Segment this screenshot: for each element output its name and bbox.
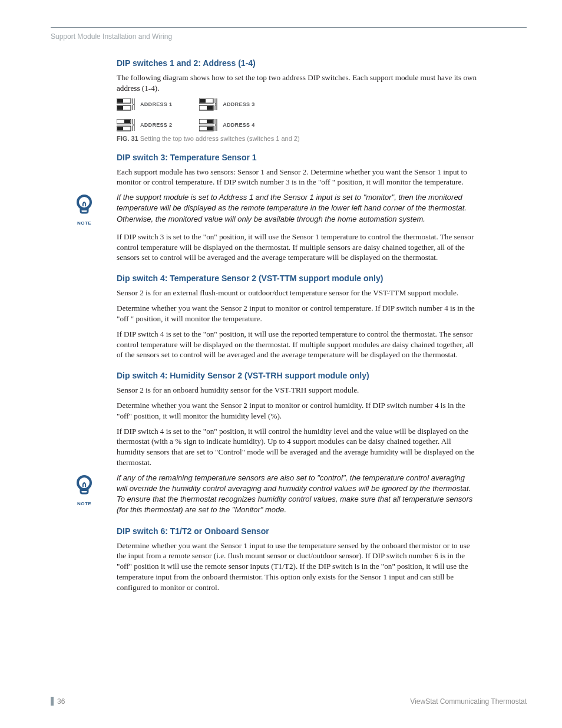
dip-address-2: ADDRESS 2 <box>117 119 172 131</box>
svg-rect-13 <box>207 120 213 123</box>
body-text: Sensor 2 is for an onboard humidity sens… <box>117 385 477 396</box>
body-text: Determine whether you want the Sensor 1 … <box>117 541 477 593</box>
dip-label: ADDRESS 2 <box>140 122 172 128</box>
figure-text: Setting the top two address switches (sw… <box>138 135 300 142</box>
breadcrumb: Support Module Installation and Wiring <box>51 32 527 41</box>
figure-caption: FIG. 31 Setting the top two address swit… <box>117 135 477 142</box>
dip-address-3: ADDRESS 3 <box>199 98 254 111</box>
svg-rect-11 <box>117 127 123 130</box>
page-footer: 36 ViewStat Communicating Thermostat <box>51 697 527 706</box>
footer-left: 36 <box>51 697 65 706</box>
footer-accent-bar <box>51 697 54 706</box>
dip-label: ADDRESS 3 <box>223 101 254 107</box>
heading-dip-4-trh: Dip switch 4: Humidity Sensor 2 (VST-TRH… <box>117 371 477 380</box>
heading-dip-4-ttm: Dip switch 4: Temperature Sensor 2 (VST-… <box>117 274 477 283</box>
top-rule <box>51 27 527 28</box>
svg-rect-3 <box>117 106 123 110</box>
heading-dip-6: DIP switch 6: T1/T2 or Onboard Sensor <box>117 526 477 536</box>
dip-switch-icon <box>117 98 138 111</box>
dip-label: ADDRESS 4 <box>223 122 254 128</box>
note-icon-wrap: NOTE <box>72 474 96 506</box>
dip-switch-figure: ADDRESS 1 ADDRESS 3 ADDRESS 2 <box>117 98 254 131</box>
note-label: NOTE <box>72 220 96 226</box>
body-text: If DIP switch 3 is set to the "on" posit… <box>117 232 477 263</box>
note-text: If any of the remaining temperature sens… <box>117 473 477 516</box>
dip-label: ADDRESS 1 <box>140 101 172 107</box>
body-text: Determine whether you want the Sensor 2 … <box>117 400 477 421</box>
note-label: NOTE <box>72 501 96 506</box>
body-text: Determine whether you want the Sensor 2 … <box>117 303 477 324</box>
lightbulb-icon <box>74 474 94 498</box>
lightbulb-icon <box>74 193 94 217</box>
dip-address-1: ADDRESS 1 <box>117 98 172 111</box>
body-text: The following diagram shows how to set t… <box>117 73 477 94</box>
svg-rect-9 <box>124 120 130 123</box>
dip-switch-icon <box>199 119 220 131</box>
dip-address-4: ADDRESS 4 <box>199 119 254 131</box>
body-text: Sensor 2 is for an external flush-mount … <box>117 288 477 298</box>
heading-dip-3: DIP switch 3: Temperature Sensor 1 <box>117 153 477 162</box>
svg-rect-5 <box>200 99 206 103</box>
svg-rect-7 <box>207 106 213 110</box>
document-title: ViewStat Communicating Thermostat <box>410 697 527 706</box>
note-text: If the support module is set to Address … <box>117 192 477 225</box>
svg-rect-15 <box>207 127 213 130</box>
svg-rect-1 <box>117 99 123 103</box>
body-text: If DIP switch 4 is set to the "on" posit… <box>117 329 477 360</box>
heading-dip-1-2: DIP switches 1 and 2: Address (1-4) <box>117 58 477 68</box>
note-block: NOTE If any of the remaining temperature… <box>117 473 477 516</box>
figure-number: FIG. 31 <box>117 135 138 142</box>
page-number: 36 <box>57 697 65 706</box>
body-text: If DIP switch 4 is set to the "on" posit… <box>117 426 477 468</box>
body-text: Each support module has two sensors: Sen… <box>117 167 477 188</box>
note-block: NOTE If the support module is set to Add… <box>117 192 477 225</box>
note-icon-wrap: NOTE <box>72 193 96 226</box>
main-content: DIP switches 1 and 2: Address (1-4) The … <box>117 58 477 593</box>
dip-switch-icon <box>199 98 220 111</box>
dip-switch-icon <box>117 119 138 131</box>
